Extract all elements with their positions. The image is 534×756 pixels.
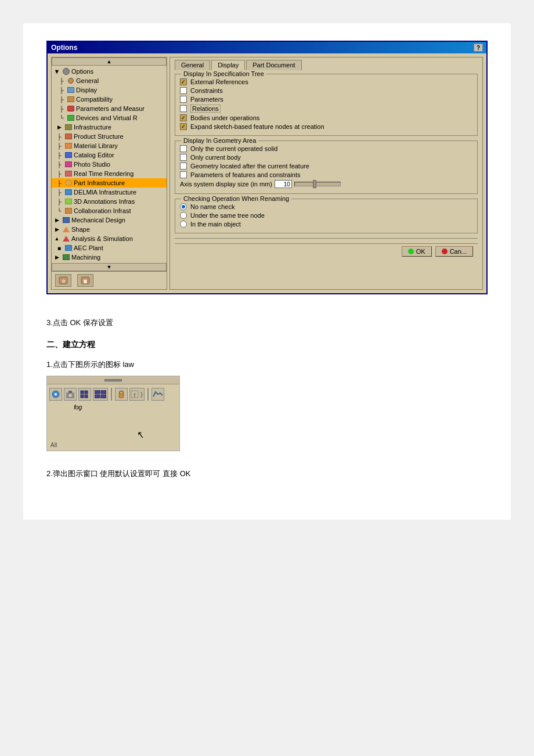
axis-slider-thumb[interactable] — [313, 180, 316, 188]
tree-icon-right[interactable]: 📋 — [77, 274, 93, 287]
tree-scroll-up[interactable]: ▲ — [52, 57, 167, 66]
tb-lock-icon[interactable] — [115, 388, 128, 401]
tree-item-analysis-label: Analysis & Simulation — [71, 235, 133, 242]
page-wrapper: Options ? ▲ ▼ Options ├ — [23, 23, 511, 520]
tree-bottom-icons: ⚙ 📋 — [52, 271, 167, 289]
checkbox-params-features[interactable] — [180, 171, 187, 178]
tree-item-render[interactable]: ├ Real Time Rendering — [52, 169, 167, 178]
gear-icon — [62, 67, 70, 75]
tree-item-shape[interactable]: ▶ Shape — [52, 225, 167, 234]
svg-rect-17 — [95, 395, 100, 398]
tree-item-infra-label: Infrastructure — [74, 124, 111, 131]
same-tree-label: Under the same tree node — [190, 212, 265, 219]
tree-item-collab[interactable]: └ Collaboration Infrast — [52, 206, 167, 215]
tree-item-infra[interactable]: ▶ Infrastructure — [52, 123, 167, 132]
dash-catalog: ├ — [55, 151, 63, 159]
tree-item-material[interactable]: ├ Material Library — [52, 141, 167, 150]
svg-rect-13 — [81, 395, 84, 398]
tb-formula-icon[interactable]: f }= — [129, 388, 145, 401]
tree-item-photo-label: Photo Studio — [74, 161, 110, 168]
shape-icon — [62, 225, 70, 233]
tree-icon-left[interactable]: ⚙ — [55, 274, 71, 287]
tree-item-delmia[interactable]: ├ DELMIA Infrastructure — [52, 188, 167, 197]
tree-item-devices[interactable]: └ Devices and Virtual R — [52, 113, 167, 123]
3d-icon — [64, 197, 73, 206]
option-geometry-after: Geometry located after the current featu… — [180, 163, 472, 170]
axis-slider[interactable] — [294, 182, 341, 186]
step1-instruction: 1.点击下图所示的图标 law — [46, 359, 488, 370]
display-icon — [67, 86, 75, 94]
tree-item-photo[interactable]: ├ Photo Studio — [52, 160, 167, 169]
dash-aec: ■ — [55, 244, 63, 252]
axis-label: Axis system display size (in mm) — [180, 181, 272, 188]
checkbox-current-solid[interactable] — [180, 145, 187, 152]
tree-item-product[interactable]: ├ Product Structure — [52, 132, 167, 141]
step3-instruction: 3.点击 OK 保存设置 — [46, 318, 488, 328]
tree-item-machining[interactable]: ▶ Machining — [52, 253, 167, 262]
tb-law-icon[interactable] — [151, 388, 164, 401]
svg-rect-18 — [101, 395, 106, 398]
tree-item-general[interactable]: ├ General — [52, 76, 167, 85]
checkbox-current-body[interactable] — [180, 154, 187, 161]
tree-item-3d-label: 3D Annotations Infras — [74, 198, 135, 205]
constraints-label: Constraints — [190, 87, 223, 94]
collab-icon — [64, 207, 73, 215]
checkbox-geometry-after[interactable] — [180, 163, 187, 170]
tree-item-catalog[interactable]: ├ Catalog Editor — [52, 150, 167, 160]
axis-value-input[interactable] — [275, 180, 292, 188]
radio-no-name-check[interactable] — [180, 203, 187, 210]
radio-same-tree[interactable] — [180, 212, 187, 219]
machining-icon — [62, 253, 70, 261]
tree-scroll-down[interactable]: ▼ — [52, 263, 167, 271]
tree-item-params[interactable]: ├ Parameters and Measur — [52, 104, 167, 113]
tree-item-params-label: Parameters and Measur — [76, 105, 145, 112]
svg-rect-16 — [101, 390, 106, 394]
help-button[interactable]: ? — [474, 44, 483, 52]
ok-dot — [408, 249, 414, 254]
dash-3d: ├ — [55, 197, 63, 206]
svg-rect-12 — [85, 391, 88, 394]
photo-icon — [64, 160, 73, 168]
dash-photo: ├ — [55, 160, 63, 168]
tree-item-mech[interactable]: ▶ Mechanical Design — [52, 215, 167, 225]
tree-item-compat[interactable]: ├ Compatibility — [52, 95, 167, 104]
checkbox-parameters[interactable] — [180, 96, 187, 103]
tree-item-catalog-label: Catalog Editor — [74, 152, 114, 159]
option-no-name-check: No name check — [180, 203, 472, 210]
checkbox-bodies[interactable] — [180, 114, 187, 121]
tb-large-grid-icon[interactable] — [93, 388, 108, 401]
tab-general[interactable]: General — [175, 60, 210, 70]
product-icon — [64, 132, 73, 141]
tree-item-delmia-label: DELMIA Infrastructure — [74, 189, 136, 196]
all-label: All — [50, 442, 57, 448]
checkbox-constraints[interactable] — [180, 87, 187, 94]
bullet-infra: ▶ — [55, 123, 63, 131]
tree-item-options[interactable]: ▼ Options — [52, 67, 167, 76]
bodies-label: Bodies under operations — [190, 114, 259, 121]
tree-item-part-infra[interactable]: ├ Part Infrastructure — [52, 178, 167, 188]
tab-part-document[interactable]: Part Document — [246, 60, 301, 70]
option-relations: Relations — [180, 105, 472, 113]
radio-main-object[interactable] — [180, 221, 187, 228]
tree-item-analysis[interactable]: ▲ Analysis & Simulation — [52, 234, 167, 243]
options-dialog: Options ? ▲ ▼ Options ├ — [46, 41, 488, 294]
toolbar-fog-row: fog — [47, 402, 179, 411]
cancel-button[interactable]: Can... — [435, 246, 473, 257]
current-solid-label: Only the current operated solid — [190, 145, 277, 152]
checkbox-relations[interactable] — [180, 105, 187, 112]
part-infra-icon — [64, 179, 73, 187]
tb-camera-icon[interactable] — [64, 388, 77, 401]
geometry-label: Display In Geometry Area — [181, 137, 258, 144]
tree-item-aec[interactable]: ■ AEC Plant — [52, 243, 167, 253]
mech-icon — [62, 216, 70, 224]
tab-display[interactable]: Display — [211, 60, 245, 70]
tree-item-3d[interactable]: ├ 3D Annotations Infras — [52, 197, 167, 206]
ok-button[interactable]: OK — [402, 246, 432, 257]
checkbox-expand[interactable] — [180, 123, 187, 130]
expand-label: Expand sketch-based feature nodes at cre… — [190, 123, 324, 130]
tb-grid-icon[interactable] — [78, 388, 91, 401]
checkbox-ext-refs[interactable] — [180, 78, 187, 85]
tb-disk-icon[interactable] — [49, 388, 62, 401]
option-main-object: In the main object — [180, 221, 472, 228]
tree-item-display[interactable]: ├ Display — [52, 85, 167, 95]
